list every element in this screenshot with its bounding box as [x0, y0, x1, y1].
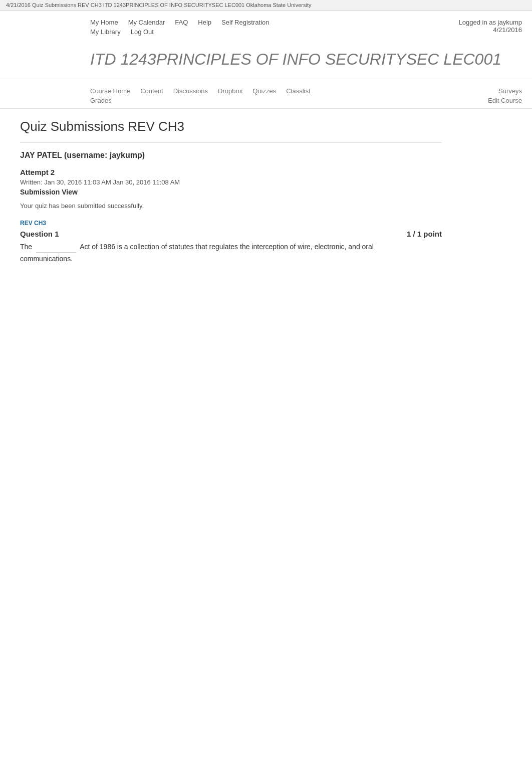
course-nav-quizzes[interactable]: Quizzes: [252, 87, 276, 95]
course-nav-left: Course Home Content Discussions Dropbox …: [90, 87, 311, 104]
top-nav: My Home My Calendar FAQ Help Self Regist…: [0, 11, 532, 40]
question-text-before: The: [20, 243, 32, 251]
browser-bar-text: 4/21/2016 Quiz Submissions REV CH3 ITD 1…: [6, 2, 312, 8]
course-nav-course-home[interactable]: Course Home: [90, 87, 130, 95]
course-nav-right: Surveys Edit Course: [488, 87, 532, 104]
nav-faq[interactable]: FAQ: [175, 19, 188, 26]
question-points: 1 / 1 point: [407, 230, 442, 238]
course-nav-row2: Grades: [90, 97, 311, 104]
nav-my-calendar[interactable]: My Calendar: [128, 19, 165, 26]
nav-my-home[interactable]: My Home: [90, 19, 118, 26]
nav-my-library[interactable]: My Library: [90, 28, 121, 36]
submission-success: Your quiz has been submitted successfull…: [20, 202, 442, 210]
nav-self-registration[interactable]: Self Registration: [221, 19, 269, 26]
title-divider: [20, 142, 442, 143]
main-content: Quiz Submissions REV CH3 JAY PATEL (user…: [0, 109, 532, 284]
course-nav-surveys[interactable]: Surveys: [488, 87, 522, 95]
written-time: Written: Jan 30, 2016 11:03 AM Jan 30, 2…: [20, 178, 442, 186]
course-nav-dropbox[interactable]: Dropbox: [218, 87, 242, 95]
question-blank: [36, 241, 76, 253]
course-title: ITD 1243PRINCIPLES OF INFO SECURITYSEC L…: [90, 50, 532, 69]
nav-date: 4/21/2016: [459, 26, 522, 34]
top-nav-row2: My Library Log Out: [90, 28, 269, 36]
nav-help[interactable]: Help: [198, 19, 211, 26]
question-label: Question 1: [20, 230, 59, 238]
attempt-heading: Attempt 2: [20, 168, 442, 176]
question-text: The Act of 1986 is a collection of statu…: [20, 241, 421, 264]
quiz-section-label: REV CH3: [20, 220, 442, 227]
course-nav-edit-course[interactable]: Edit Course: [488, 97, 522, 104]
course-nav-content[interactable]: Content: [140, 87, 163, 95]
top-nav-row1: My Home My Calendar FAQ Help Self Regist…: [90, 19, 269, 26]
course-nav-classlist[interactable]: Classlist: [286, 87, 310, 95]
course-nav-row1: Course Home Content Discussions Dropbox …: [90, 87, 311, 95]
top-nav-right: Logged in as jaykump 4/21/2016: [459, 19, 532, 34]
course-title-section: ITD 1243PRINCIPLES OF INFO SECURITYSEC L…: [0, 40, 532, 79]
top-nav-left: My Home My Calendar FAQ Help Self Regist…: [90, 19, 269, 36]
question-row: Question 1 1 / 1 point: [20, 230, 442, 238]
logged-in-label: Logged in as jaykump: [459, 19, 522, 26]
student-name: JAY PATEL (username: jaykump): [20, 151, 442, 160]
page-title: Quiz Submissions REV CH3: [20, 119, 442, 134]
course-nav-grades[interactable]: Grades: [90, 97, 112, 104]
nav-log-out[interactable]: Log Out: [131, 28, 154, 36]
course-nav: Course Home Content Discussions Dropbox …: [0, 79, 532, 109]
course-nav-discussions[interactable]: Discussions: [173, 87, 208, 95]
submission-view-label: Submission View: [20, 188, 442, 196]
browser-bar: 4/21/2016 Quiz Submissions REV CH3 ITD 1…: [0, 0, 532, 11]
